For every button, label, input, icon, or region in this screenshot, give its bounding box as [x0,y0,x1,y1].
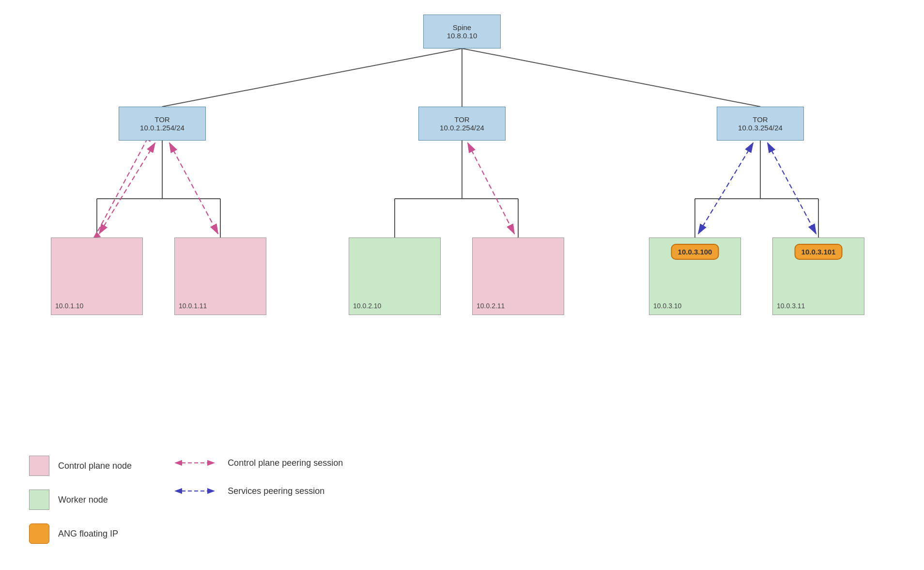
tor3-node: TOR 10.0.3.254/24 [717,107,804,141]
legend: Control plane node Worker node ANG float… [29,456,343,544]
svg-line-26 [768,143,816,234]
network-diagram: Spine 10.8.0.10 TOR 10.0.1.254/24 TOR 10… [0,0,924,436]
tor1-ip: 10.0.1.254/24 [140,124,185,132]
legend-services-peering: Services peering session [170,484,343,498]
legend-floating-ip: ANG floating IP [29,523,132,544]
server-s5: 10.0.3.100 10.0.3.10 [649,238,741,315]
legend-floating-ip-box [29,523,49,544]
legend-floating-ip-label: ANG floating IP [58,529,118,539]
server-s5-ip: 10.0.3.10 [653,302,681,310]
tor2-label: TOR [454,115,469,124]
legend-worker-label: Worker node [58,495,108,505]
svg-line-0 [162,48,462,107]
tor1-label: TOR [154,115,169,124]
svg-line-15 [94,138,148,238]
svg-line-23 [169,143,218,234]
server-s6: 10.0.3.101 10.0.3.11 [772,238,864,315]
server-s1: 10.0.1.10 [51,238,143,315]
server-s4: 10.0.2.11 [472,238,564,315]
legend-cp-box [29,456,49,476]
legend-cp-peering-label: Control plane peering session [228,458,343,468]
server-s2: 10.0.1.11 [174,238,266,315]
server-s6-ip: 10.0.3.11 [777,302,805,310]
tor3-label: TOR [753,115,768,124]
legend-cp: Control plane node [29,456,132,476]
floating-ip-s6: 10.0.3.101 [795,244,843,260]
server-s3: 10.0.2.10 [349,238,441,315]
svg-marker-16 [93,231,101,238]
spine-node: Spine 10.8.0.10 [423,15,501,48]
tor2-node: TOR 10.0.2.254/24 [418,107,506,141]
legend-worker: Worker node [29,490,132,510]
svg-line-2 [462,48,760,107]
legend-services-peering-arrow [170,484,219,498]
svg-line-25 [698,143,753,234]
floating-ip-s5: 10.0.3.100 [671,244,719,260]
spine-ip: 10.8.0.10 [447,32,477,40]
svg-line-22 [99,143,155,234]
server-s2-ip: 10.0.1.11 [179,302,207,310]
svg-line-24 [468,143,514,234]
legend-services-peering-label: Services peering session [228,486,324,496]
legend-color-col: Control plane node Worker node ANG float… [29,456,132,544]
diagram-svg [0,0,924,436]
server-s3-ip: 10.0.2.10 [353,302,381,310]
legend-cp-label: Control plane node [58,461,132,471]
server-s1-ip: 10.0.1.10 [55,302,83,310]
tor1-node: TOR 10.0.1.254/24 [119,107,206,141]
server-s4-ip: 10.0.2.11 [477,302,505,310]
legend-cp-peering-arrow [170,456,219,470]
legend-worker-box [29,490,49,510]
tor3-ip: 10.0.3.254/24 [738,124,783,132]
legend-arrow-col: Control plane peering session Services p… [170,456,343,544]
spine-label: Spine [453,23,471,32]
legend-cp-peering: Control plane peering session [170,456,343,470]
tor2-ip: 10.0.2.254/24 [440,124,484,132]
